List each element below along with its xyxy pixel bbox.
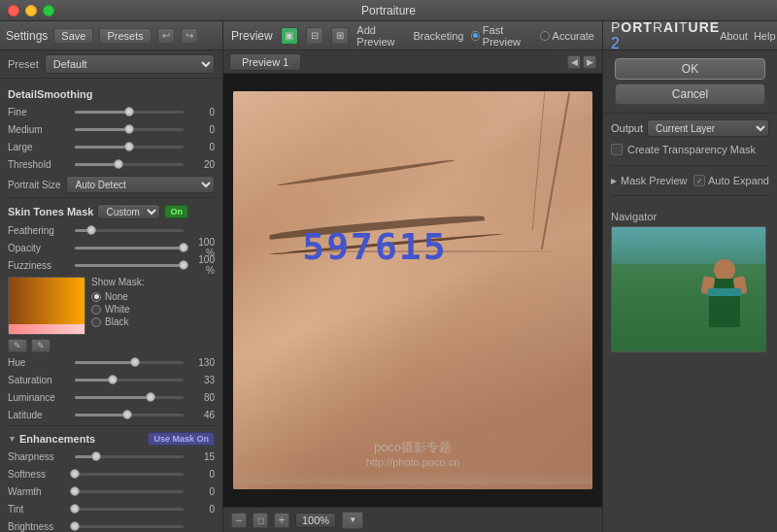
zoom-fit-button[interactable]: ◻	[253, 513, 268, 528]
help-button[interactable]: Help	[754, 30, 776, 42]
eyedrop-button-1[interactable]: ✎	[8, 339, 27, 352]
latitude-slider[interactable]	[75, 414, 184, 416]
accurate-dot[interactable]	[540, 31, 550, 41]
fast-preview-label: Fast Preview	[483, 24, 532, 48]
zoom-in-button[interactable]: +	[274, 513, 289, 528]
latitude-label: Latitude	[8, 410, 71, 420]
create-transparency-checkbox[interactable]	[611, 144, 623, 155]
skin-tones-type[interactable]: Custom	[97, 204, 160, 219]
feathering-slider[interactable]	[75, 229, 184, 232]
medium-slider[interactable]	[75, 128, 184, 131]
eyedrop-button-2[interactable]: ✎	[31, 339, 51, 352]
auto-expand-checkbox[interactable]: ✓	[693, 175, 705, 186]
portrait-size-label: Portrait Size	[8, 180, 60, 190]
fuzziness-slider[interactable]	[75, 264, 184, 267]
portrait-size-select[interactable]: Auto Detect	[66, 176, 215, 193]
hue-row: Hue 130	[8, 354, 215, 370]
warmth-slider[interactable]	[75, 490, 184, 493]
fast-preview-option[interactable]: Fast Preview	[471, 24, 531, 48]
fast-preview-dot[interactable]	[471, 31, 479, 41]
color-gradient[interactable]	[8, 277, 85, 335]
brightness-row: Brightness	[8, 518, 215, 532]
white-radio[interactable]: White	[91, 304, 144, 315]
none-radio[interactable]: None	[91, 291, 144, 302]
auto-expand-check: ✓ Auto Expand	[693, 175, 769, 186]
brightness-slider[interactable]	[75, 525, 184, 528]
luminance-slider[interactable]	[75, 396, 184, 399]
eyedrop-row: ✎ ✎	[8, 339, 215, 352]
none-radio-button[interactable]	[91, 292, 101, 302]
fine-value: 0	[187, 107, 215, 117]
latitude-value: 46	[187, 410, 215, 420]
window-controls[interactable]	[8, 5, 54, 17]
enhancements-collapse[interactable]: ▼ Enhancements	[8, 433, 95, 445]
softness-label: Softness	[8, 469, 71, 480]
output-select[interactable]: Current Layer	[647, 119, 769, 137]
fine-slider[interactable]	[75, 111, 184, 114]
about-help: About Help	[720, 30, 775, 42]
navigator-thumbnail[interactable]	[611, 226, 766, 352]
about-button[interactable]: About	[720, 30, 748, 42]
sharpness-slider[interactable]	[75, 455, 184, 458]
ok-button[interactable]: OK	[615, 58, 765, 80]
feathering-row: Feathering	[8, 222, 215, 238]
opacity-label: Opacity	[8, 243, 71, 253]
threshold-slider[interactable]	[75, 163, 184, 166]
black-radio[interactable]: Black	[91, 316, 144, 327]
left-content: DetailSmoothing Fine 0 Medium 0 Large	[0, 79, 222, 532]
large-value: 0	[187, 142, 215, 152]
right-content: Output Current Layer Create Transparency…	[603, 114, 777, 532]
redo-button[interactable]: ↪	[181, 28, 198, 44]
preview-next-button[interactable]: ▶	[583, 55, 596, 69]
tint-slider[interactable]	[75, 508, 184, 511]
large-slider[interactable]	[75, 146, 184, 149]
maximize-button[interactable]	[43, 5, 54, 17]
black-radio-button[interactable]	[91, 317, 101, 327]
threshold-row: Threshold 20	[8, 156, 215, 172]
left-panel: Settings Save Presets ↩ ↪ Preset Default…	[0, 21, 223, 532]
titlebar: Portraiture	[0, 0, 777, 21]
softness-slider[interactable]	[75, 473, 184, 476]
large-label: Large	[8, 142, 71, 152]
saturation-slider[interactable]	[75, 379, 184, 382]
cancel-button[interactable]: Cancel	[615, 83, 765, 105]
preview-tab-1[interactable]: Preview 1	[229, 53, 301, 71]
split-view-button[interactable]: ⊟	[306, 27, 323, 45]
fuzziness-label: Fuzziness	[8, 260, 71, 271]
preview-content: Preview 1 ◀ ▶	[223, 50, 602, 532]
preview-prev-button[interactable]: ◀	[567, 55, 581, 69]
opacity-slider[interactable]	[75, 247, 184, 249]
luminance-row: Luminance 80	[8, 389, 215, 405]
app-title: Portraiture	[361, 4, 416, 17]
save-button[interactable]: Save	[53, 28, 93, 44]
softness-value: 0	[187, 469, 215, 480]
opacity-row: Opacity 100 %	[8, 240, 215, 255]
single-view-button[interactable]: ▣	[281, 27, 298, 45]
presets-button[interactable]: Presets	[99, 28, 151, 44]
show-mask-label: Show Mask:	[91, 277, 144, 287]
zoom-dropdown-button[interactable]: ▼	[342, 512, 363, 529]
accurate-option[interactable]: Accurate	[540, 30, 594, 42]
bracketing-button[interactable]: Bracketing	[413, 30, 463, 42]
skin-on-badge[interactable]: On	[164, 205, 188, 218]
luminance-value: 80	[187, 392, 215, 403]
preview-toolbar: Preview ▣ ⊟ ⊞ Add Preview Bracketing Fas…	[223, 21, 602, 50]
mask-preview-arrow[interactable]: ▶	[611, 177, 617, 185]
multi-view-button[interactable]: ⊞	[331, 27, 349, 45]
right-panel: PORTRAITURE 2 About Help OK Cancel Outpu…	[602, 21, 777, 532]
minimize-button[interactable]	[25, 5, 37, 17]
close-button[interactable]	[8, 5, 19, 17]
undo-button[interactable]: ↩	[157, 28, 175, 44]
medium-value: 0	[187, 124, 215, 135]
preset-select[interactable]: Default	[45, 54, 215, 74]
latitude-row: Latitude 46	[8, 407, 215, 422]
zoom-out-button[interactable]: −	[231, 513, 247, 528]
white-radio-button[interactable]	[91, 305, 101, 315]
preset-row: Preset Default	[0, 50, 222, 79]
medium-label: Medium	[8, 124, 71, 135]
add-preview-button[interactable]: Add Preview	[356, 24, 405, 48]
preview-image-area[interactable]: 597615 poco摄影专题 http://photo.poco.cn	[223, 74, 602, 507]
hue-slider[interactable]	[75, 361, 184, 364]
tint-label: Tint	[8, 504, 71, 515]
warmth-label: Warmth	[8, 486, 71, 497]
